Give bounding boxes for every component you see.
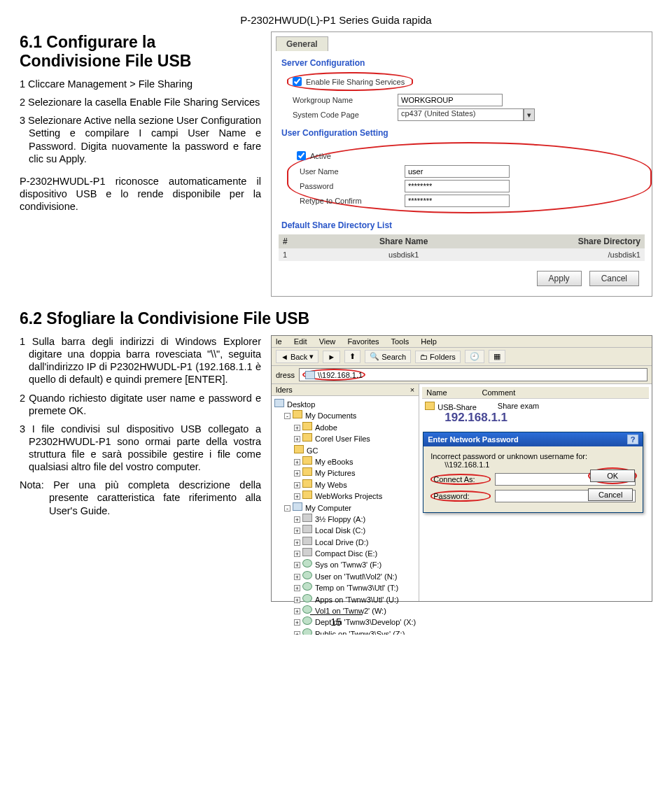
enable-sharing-checkbox[interactable] xyxy=(293,77,302,86)
menu-favorites[interactable]: Favorites xyxy=(347,337,379,346)
dlg-password-label: Password: xyxy=(433,492,488,500)
toolbar: ◄Back ▾ ► ⬆ 🔍Search 🗀Folders 🕘 ▦ xyxy=(272,348,652,366)
table-row: 1 usbdisk1 /usbdisk1 xyxy=(279,248,645,261)
ok-button[interactable]: OK xyxy=(590,470,635,482)
codepage-select[interactable]: cp437 (United States) xyxy=(398,108,524,121)
search-button[interactable]: 🔍Search xyxy=(365,350,411,363)
folder-icon xyxy=(302,479,312,488)
step-62-3: 3 I file condivisi sul dispositivo USB c… xyxy=(20,423,261,474)
chevron-down-icon[interactable]: ▾ xyxy=(524,108,535,121)
highlight-ok: OK xyxy=(588,467,637,484)
highlight-enable-sharing: Enable File Sharing Services xyxy=(287,72,413,91)
up-button[interactable]: ⬆ xyxy=(344,350,360,363)
step-62-2: 2 Quando richiesto digitate user name e … xyxy=(20,392,261,417)
highlight-address: \\192.168.1.1 xyxy=(302,369,365,381)
password-label: Password xyxy=(300,182,405,190)
step-61-1: 1 Cliccare Management > File Sharing xyxy=(20,78,261,90)
apply-button[interactable]: Apply xyxy=(537,271,582,286)
netdrive-icon xyxy=(302,628,312,635)
back-button[interactable]: ◄Back ▾ xyxy=(276,350,318,363)
folder-icon xyxy=(293,410,302,418)
floppy-icon xyxy=(302,514,312,522)
back-icon: ◄ xyxy=(281,353,288,361)
netdrive-icon xyxy=(302,571,312,579)
dlg-cancel-button[interactable]: Cancel xyxy=(588,488,633,501)
th-idx: # xyxy=(283,237,325,246)
close-icon[interactable]: × xyxy=(410,386,414,394)
files-pane: Name Comment USB-Share Share exam 192.16… xyxy=(419,384,652,601)
list-item[interactable]: USB-Share xyxy=(425,402,477,411)
tab-general[interactable]: General xyxy=(276,36,328,51)
connect-label: Connect As: xyxy=(433,475,488,484)
address-label: dress xyxy=(276,371,295,379)
netdrive-icon xyxy=(302,605,312,614)
user-config-label: User Configuration Setting xyxy=(281,128,652,138)
folders-pane-title: lders xyxy=(276,386,293,394)
desktop-icon xyxy=(274,399,284,407)
dialog-msg1: Incorrect password or unknown username f… xyxy=(430,452,636,460)
highlight-user-config: Active User Name Password Retype to Conf… xyxy=(287,142,652,213)
disk-icon xyxy=(302,537,312,545)
help-icon[interactable]: ? xyxy=(627,435,638,444)
active-checkbox[interactable] xyxy=(297,151,306,160)
section-61-title: 6.1 Configurare la Condivisione File USB xyxy=(20,33,261,71)
retype-input[interactable] xyxy=(405,195,510,207)
folder-icon xyxy=(302,433,312,442)
highlight-password: Password: xyxy=(430,491,491,502)
section-62-title: 6.2 Sfogliare la Condivisione File USB xyxy=(20,309,652,328)
username-label: User Name xyxy=(300,167,405,176)
history-button[interactable]: 🕘 xyxy=(465,350,484,363)
folder-tree[interactable]: Desktop -My Documents +Adobe +Corel User… xyxy=(272,396,419,635)
netdrive-icon xyxy=(302,616,312,625)
up-icon: ⬆ xyxy=(349,352,356,361)
address-input[interactable]: \\192.168.1.1 xyxy=(299,368,648,381)
step-61-3: 3 Selezionare Active nella sezione User … xyxy=(20,114,261,165)
netdrive-icon xyxy=(302,559,312,567)
folders-pane: lders × Desktop -My Documents +Adobe +Co… xyxy=(272,384,419,601)
document-header: P-2302HWUD(L)-P1 Series Guida rapida xyxy=(20,14,652,26)
codepage-label: System Code Page xyxy=(293,111,398,119)
netdrive-icon xyxy=(302,582,312,591)
share-table-head: # Share Name Share Directory xyxy=(279,234,645,248)
password-input[interactable] xyxy=(405,180,510,192)
username-input[interactable] xyxy=(405,165,510,178)
cancel-button[interactable]: Cancel xyxy=(589,271,639,286)
active-label: Active xyxy=(310,152,331,160)
menu-bar: le Edit View Favorites Tools Help xyxy=(272,336,652,348)
col-name[interactable]: Name xyxy=(426,388,447,397)
folder-icon xyxy=(302,456,312,465)
folder-icon xyxy=(302,467,312,476)
forward-icon: ► xyxy=(328,353,335,361)
menu-file[interactable]: le xyxy=(276,337,282,346)
netdrive-icon xyxy=(302,594,312,602)
explorer-window: le Edit View Favorites Tools Help ◄Back … xyxy=(271,335,652,602)
para-61: P-2302HWUDL-P1 riconosce automaticamente… xyxy=(20,175,261,213)
highlight-connect: Connect As: xyxy=(430,474,491,485)
menu-view[interactable]: View xyxy=(319,337,336,346)
workgroup-input[interactable] xyxy=(398,94,503,106)
views-icon: ▦ xyxy=(493,352,500,361)
th-name: Share Name xyxy=(325,237,483,246)
menu-help[interactable]: Help xyxy=(421,337,437,346)
row-dir: /usbdisk1 xyxy=(483,251,641,259)
folders-icon: 🗀 xyxy=(420,353,428,361)
menu-tools[interactable]: Tools xyxy=(391,337,409,346)
folder-icon xyxy=(302,422,312,430)
forward-button[interactable]: ► xyxy=(323,351,340,363)
workgroup-label: Workgroup Name xyxy=(293,96,398,104)
retype-label: Retype to Confirm xyxy=(300,197,405,205)
col-comment[interactable]: Comment xyxy=(482,388,516,397)
menu-edit[interactable]: Edit xyxy=(294,337,307,346)
step-62-1: 1 Sulla barra degli indirizzi di Windows… xyxy=(20,335,261,386)
list-item-comment: Share exam xyxy=(498,402,539,411)
th-dir: Share Directory xyxy=(483,237,641,246)
views-button[interactable]: ▦ xyxy=(489,350,505,363)
search-icon: 🔍 xyxy=(370,352,379,361)
dialog-title: Enter Network Password xyxy=(428,435,519,444)
share-list-label: Default Share Directory List xyxy=(281,220,652,230)
folders-button[interactable]: 🗀Folders xyxy=(415,351,461,363)
overlay-ip-label: 192.168.1.1 xyxy=(444,411,507,425)
row-name: usbdisk1 xyxy=(325,251,483,259)
share-icon xyxy=(425,402,435,410)
history-icon: 🕘 xyxy=(470,352,479,361)
